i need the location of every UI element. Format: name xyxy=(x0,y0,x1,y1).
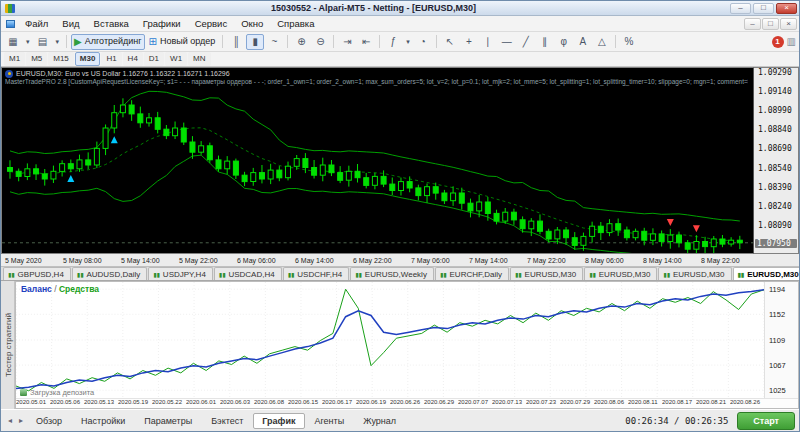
price-chart[interactable]: EURUSD,M30: Euro vs US Dollar 1.16276 1.… xyxy=(1,67,753,254)
legend-separator: / xyxy=(52,284,59,294)
symbol-tab[interactable]: ▮▮USDJPY,H4 xyxy=(148,267,213,280)
symbol-tab[interactable]: ▮▮EURUSD,M30 xyxy=(733,267,799,280)
tester-date-axis: 2020.05.012020.05.062020.05.132020.05.19… xyxy=(16,398,798,408)
timeframe-button-MN[interactable]: MN xyxy=(188,52,210,66)
zoom-out-button[interactable]: ⊖ xyxy=(311,34,329,50)
algo-trading-button[interactable]: ▶Алготрейдинг xyxy=(71,34,145,50)
timeframe-button-W1[interactable]: W1 xyxy=(165,52,187,66)
timeframes-menu-button[interactable]: ◔ xyxy=(414,34,432,50)
timeframes-menu-button-icon: ◔ xyxy=(420,37,426,47)
zoom-in-button[interactable]: ⊕ xyxy=(292,34,310,50)
cursor-tool-button-icon: ↖ xyxy=(446,37,454,47)
candle xyxy=(416,188,421,196)
timeframe-button-M15[interactable]: M15 xyxy=(48,52,74,66)
profiles-menu[interactable]: ▾ xyxy=(53,34,63,50)
candle xyxy=(329,165,334,173)
menu-item-5[interactable]: Окно xyxy=(234,17,270,30)
sell-arrow-marker xyxy=(693,225,700,232)
menu-item-2[interactable]: Вставка xyxy=(87,17,136,30)
new-order-button[interactable]: ⊞Новый ордер xyxy=(146,34,219,50)
candle xyxy=(485,202,490,214)
tester-xlabel: 2020.08.17 xyxy=(662,399,696,408)
menu-item-6[interactable]: Справка xyxy=(270,17,321,30)
close-button[interactable]: × xyxy=(776,3,797,14)
bottom-tab-Обзор[interactable]: Обзор xyxy=(27,413,71,429)
time-label: 6 May 22:00 xyxy=(353,257,411,264)
menu-item-3[interactable]: Графики xyxy=(136,17,188,30)
symbol-tab[interactable]: ▮▮EURCHF,Daily xyxy=(435,267,509,280)
start-button[interactable]: Старт xyxy=(737,412,795,430)
chart-restore-button[interactable]: □ xyxy=(762,18,779,30)
trendline-tool-button[interactable]: ╱ xyxy=(517,34,535,50)
menu-item-4[interactable]: Сервис xyxy=(188,17,235,30)
symbol-tab[interactable]: ▮▮EURUSD,Weekly xyxy=(350,267,434,280)
candle xyxy=(451,193,456,201)
vline-tool-button[interactable]: ∣ xyxy=(479,34,497,50)
tabs-scroll-right-icon[interactable]: ▸ xyxy=(16,415,26,426)
mini-chart-icon: ▮▮ xyxy=(738,271,745,278)
minimize-button[interactable]: – xyxy=(730,3,751,14)
maximize-button[interactable]: □ xyxy=(753,3,774,14)
timeframe-button-M1[interactable]: M1 xyxy=(4,52,25,66)
percent-button[interactable]: % xyxy=(620,34,638,50)
channel-tool-button[interactable]: ∥ xyxy=(536,34,554,50)
candles-mode-button[interactable]: ▮ xyxy=(246,34,264,50)
text-tool-button[interactable]: A xyxy=(574,34,592,50)
line-mode-button[interactable]: ~ xyxy=(265,34,283,50)
indicators-button[interactable]: ƒ xyxy=(384,34,402,50)
tester-graph[interactable]: Баланс / Средства Загрузка депозита xyxy=(16,282,764,398)
cursor-tool-button[interactable]: ↖ xyxy=(441,34,459,50)
bars-mode-button[interactable]: ║ xyxy=(227,34,245,50)
menu-item-0[interactable]: Файл xyxy=(18,17,55,30)
bottom-tab-Агенты[interactable]: Агенты xyxy=(306,413,354,429)
symbol-tab[interactable]: ▮▮AUDUSD,Daily xyxy=(72,267,147,280)
new-chart-button[interactable]: ▦ xyxy=(4,34,22,50)
bottom-tab-Параметры[interactable]: Параметры xyxy=(135,413,201,429)
profiles-button[interactable]: ▤ xyxy=(34,34,52,50)
timeframe-button-H4[interactable]: H4 xyxy=(123,52,143,66)
tester-xlabel: 2020.08.21 xyxy=(696,399,730,408)
menu-item-1[interactable]: Вид xyxy=(55,17,86,30)
chart-close-button[interactable]: × xyxy=(780,18,797,30)
symbol-tab[interactable]: ▮▮EURUSD,M30 xyxy=(658,267,731,280)
bottom-tab-График[interactable]: График xyxy=(253,413,304,429)
candle xyxy=(685,243,690,249)
titlebar: 15030552 - Alpari-MT5 - Netting - [EURUS… xyxy=(1,1,799,16)
bottom-tab-Бэктест[interactable]: Бэктест xyxy=(202,413,252,429)
price-label: 1.08690 xyxy=(758,144,792,153)
candle xyxy=(650,234,655,240)
chart-minimize-button[interactable]: – xyxy=(744,18,761,30)
fibonacci-tool-button[interactable]: φ xyxy=(555,34,573,50)
symbol-tab[interactable]: ▮▮USDCHF,H4 xyxy=(283,267,350,280)
autoscroll-button[interactable]: ⇥ xyxy=(338,34,356,50)
candle xyxy=(164,129,169,135)
crosshair-tool-button[interactable]: + xyxy=(460,34,478,50)
chart-shift-button[interactable]: ⇤ xyxy=(357,34,375,50)
new-chart-menu[interactable]: ▾ xyxy=(23,34,33,50)
symbol-tab[interactable]: ▮▮EURUSD,M30 xyxy=(510,267,583,280)
bottom-tab-Настройки[interactable]: Настройки xyxy=(72,413,134,429)
timeframe-button-M5[interactable]: M5 xyxy=(26,52,47,66)
shapes-tool-button[interactable]: △ xyxy=(593,34,611,50)
notifications-badge-icon[interactable]: 1 xyxy=(772,36,784,48)
connection-status-icon: ▥ xyxy=(787,36,796,47)
tabs-scroll-left-icon[interactable]: ◂ xyxy=(5,415,15,426)
symbol-tab[interactable]: ▮▮USDCAD,H4 xyxy=(214,267,282,280)
timeframe-button-D1[interactable]: D1 xyxy=(144,52,164,66)
tester-side-tab[interactable]: Тестер стратегий xyxy=(1,281,15,409)
candle xyxy=(581,236,586,245)
algo-trading-button-label: Алготрейдинг xyxy=(85,37,142,46)
timeframe-button-H1[interactable]: H1 xyxy=(101,52,121,66)
symbol-tab-label: USDJPY,H4 xyxy=(163,270,206,279)
symbol-tab[interactable]: ▮▮GBPUSD,H4 xyxy=(3,267,71,280)
chart-ohlc-line: EURUSD,M30: Euro vs US Dollar 1.16276 1.… xyxy=(5,69,230,78)
symbol-tab[interactable]: ▮▮EURUSD,M30 xyxy=(584,267,657,280)
indicators-menu[interactable]: ▾ xyxy=(403,34,413,50)
hline-tool-button[interactable]: ― xyxy=(498,34,516,50)
price-label: 1.08540 xyxy=(758,164,792,173)
bottom-tab-Журнал[interactable]: Журнал xyxy=(354,413,405,429)
sell-arrow-marker xyxy=(667,219,674,226)
balance-line xyxy=(16,290,764,389)
indicators-button-icon: ƒ xyxy=(391,37,397,47)
timeframe-button-M30[interactable]: M30 xyxy=(75,52,101,66)
